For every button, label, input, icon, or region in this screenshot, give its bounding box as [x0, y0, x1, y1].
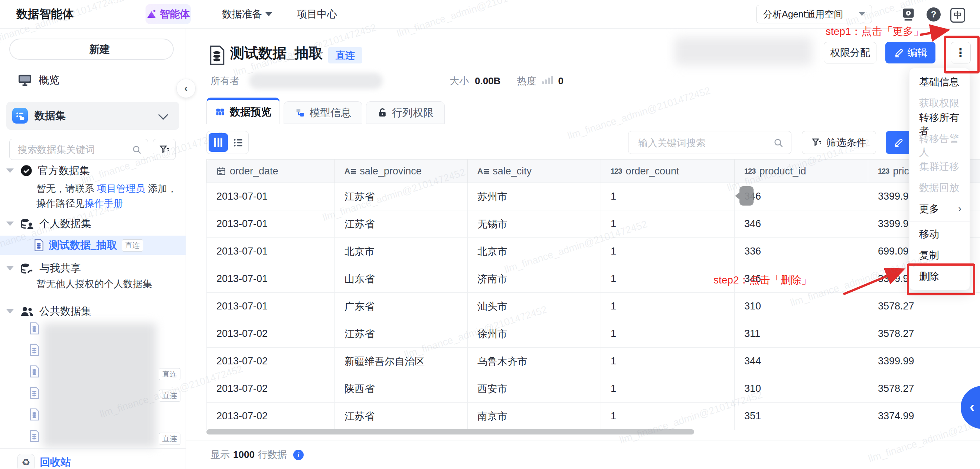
menu-item[interactable]: 基础信息 [910, 71, 970, 92]
tree-caret-icon [6, 169, 14, 173]
menu-item-delete[interactable]: 删除 [910, 266, 970, 287]
nav-item-project-center[interactable]: 项目中心 [297, 0, 337, 28]
sidebar-group-official[interactable]: 官方数据集 [6, 162, 90, 179]
list-view-button[interactable] [229, 133, 248, 152]
filter-icon [811, 137, 822, 148]
new-dataset-button[interactable]: 新建 [9, 38, 174, 60]
nav-item-agent[interactable]: 智能体 [145, 4, 191, 24]
menu-item[interactable]: 更多› [910, 198, 970, 219]
text-type-icon: A [477, 167, 489, 175]
cell-price: 3578.27 [868, 293, 980, 320]
number-type-icon: 123 [611, 167, 622, 175]
dataset-file-icon [30, 430, 39, 442]
column-header-sale_province[interactable]: Asale_province [335, 159, 468, 183]
table-row: 2013-07-02江苏省徐州市13113578.27 [207, 320, 980, 348]
column-header-order_date[interactable]: order_date [207, 159, 335, 183]
cell-order_count: 1 [601, 183, 735, 210]
column-header-product_id[interactable]: 123product_id [735, 159, 868, 183]
menu-item[interactable]: 复制 [910, 245, 970, 266]
column-name: sale_city [493, 165, 531, 177]
column-name: order_count [625, 165, 679, 177]
sidebar-item-recycle-bin[interactable]: ♻ 回收站 [18, 453, 71, 469]
shared-dataset-icon [21, 262, 34, 274]
dataset-filter-button[interactable] [153, 139, 176, 160]
column-header-sale_city[interactable]: Asale_city [468, 159, 601, 183]
permission-assign-button[interactable]: 权限分配 [824, 42, 877, 64]
edit-button[interactable]: 编辑 [885, 42, 935, 64]
app-logo: 数据智能体 [16, 0, 74, 28]
filter-conditions-button[interactable]: 筛选条件 [802, 131, 876, 154]
sidebar-public-dataset-item[interactable] [30, 408, 182, 428]
cell-order_date: 2013-07-01 [207, 265, 335, 293]
lock-icon [377, 108, 388, 118]
step1-annotation: step1：点击「更多」 [826, 24, 924, 38]
device-settings-icon[interactable] [901, 8, 915, 22]
drag-handle-marker[interactable] [740, 186, 754, 205]
sidebar-public-dataset-item[interactable]: 直连 [30, 365, 182, 385]
dataset-file-icon [30, 322, 39, 335]
column-header-order_count[interactable]: 123order_count [601, 159, 735, 183]
manual-link[interactable]: 操作手册 [84, 198, 123, 209]
connection-type-badge: 直连 [328, 47, 362, 64]
nav-item-data-prep[interactable]: 数据准备 [222, 0, 272, 28]
tab-model-info[interactable]: 模型信息 [283, 101, 362, 124]
grid-icon [215, 107, 225, 117]
language-icon[interactable]: 中 [950, 8, 965, 23]
keyword-search-input[interactable] [637, 132, 769, 153]
sidebar-item-selected-dataset[interactable]: 测试数据_抽取 直连 [0, 235, 186, 255]
sidebar-divider [0, 448, 186, 448]
more-actions-button[interactable]: ⋮ [951, 42, 971, 64]
sidebar-public-dataset-item[interactable] [30, 343, 182, 363]
sidebar-group-public[interactable]: 公共数据集 [6, 303, 91, 320]
dataset-file-icon [30, 343, 39, 356]
menu-item-label: 删除 [919, 270, 939, 283]
info-icon[interactable]: i [293, 450, 304, 460]
cell-product_id: 351 [735, 402, 868, 430]
official-empty-note: 暂无，请联系 项目管理员 添加，操作路径见操作手册 [37, 181, 182, 211]
direct-connection-badge: 直连 [122, 239, 143, 251]
cell-order_date: 2013-07-01 [207, 210, 335, 238]
step1-arrow [920, 30, 946, 35]
agent-triangle-icon [146, 9, 157, 19]
column-view-button[interactable] [208, 133, 228, 152]
dataset-search-input[interactable] [17, 140, 130, 159]
sidebar-group-shared[interactable]: 与我共享 [6, 260, 81, 277]
sidebar-public-dataset-item[interactable]: 直连 [30, 430, 182, 449]
dataset-file-icon [30, 408, 39, 421]
chevron-right-icon: › [958, 203, 961, 215]
text-type-icon: A [345, 167, 356, 175]
sidebar-group-personal[interactable]: 个人数据集 [6, 216, 91, 232]
help-icon[interactable]: ? [926, 8, 941, 22]
tab-data-preview[interactable]: 数据预览 [207, 98, 280, 124]
sidebar-public-dataset-item[interactable]: 直连 [30, 386, 182, 406]
view-toggle [207, 131, 249, 154]
sidebar-public-dataset-item[interactable] [30, 322, 182, 341]
star-favorite-icon[interactable]: ☆ [313, 46, 324, 61]
cell-sale_city: 苏州市 [468, 183, 601, 210]
dataset-search [9, 139, 148, 160]
horizontal-scrollbar[interactable] [207, 429, 694, 434]
calendar-icon [216, 166, 226, 176]
keyword-search [628, 131, 791, 154]
cell-product_id: 346 [735, 210, 868, 238]
menu-item-label: 转移告警人 [919, 132, 961, 159]
menu-item-label: 数据回放 [919, 181, 959, 194]
heat-label: 热度 [517, 75, 536, 87]
sidebar-item-dataset[interactable]: 数据集 [6, 102, 179, 130]
size-label: 大小 [450, 75, 469, 87]
table-row: 2013-07-02新疆维吾尔自治区乌鲁木齐市13443399.99 [207, 348, 980, 375]
menu-item[interactable]: 转移所有者 [910, 113, 970, 135]
project-admin-link[interactable]: 项目管理员 [97, 183, 145, 194]
tab-row-column-permission[interactable]: 行列权限 [366, 101, 445, 124]
sidebar-item-overview[interactable]: 概览 [18, 71, 59, 89]
menu-item[interactable]: 移动 [910, 223, 970, 245]
list-icon [234, 138, 243, 147]
tree-caret-icon [6, 221, 14, 226]
number-type-icon: 123 [744, 167, 756, 175]
menu-item-label: 更多 [919, 202, 939, 216]
sidebar-collapse-button[interactable]: ‹ [176, 79, 196, 98]
workspace-select[interactable]: 分析Agent通用空间 [756, 5, 872, 23]
more-actions-menu: 基础信息获取权限转移所有者转移告警人集群迁移数据回放更多›移动复制删除 [909, 68, 970, 290]
columns-icon [213, 138, 223, 147]
menu-divider [910, 221, 970, 221]
